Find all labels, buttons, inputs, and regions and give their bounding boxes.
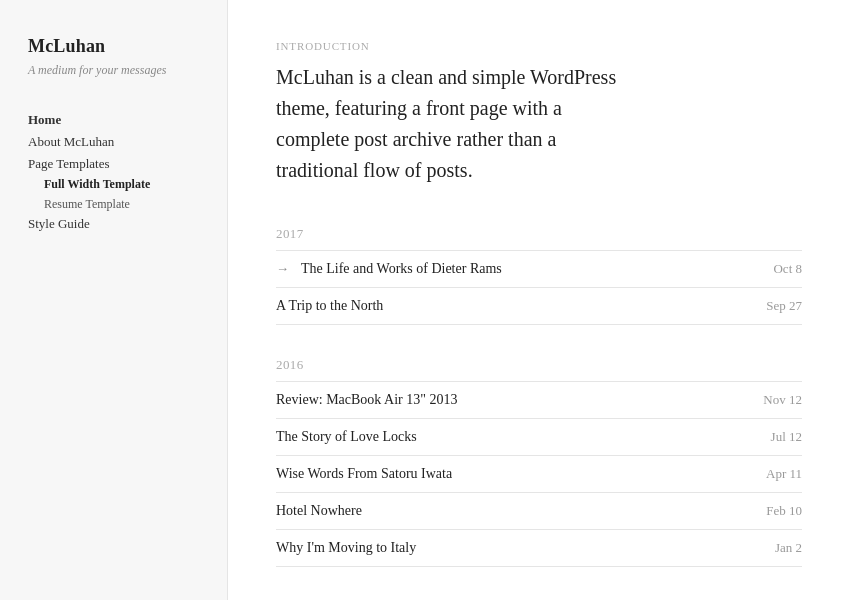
post-list-2016: Review: MacBook Air 13" 2013Nov 12The St… xyxy=(276,381,802,567)
sidebar-item-style-guide[interactable]: Style Guide xyxy=(28,214,199,234)
sidebar: McLuhan A medium for your messages Home … xyxy=(0,0,228,600)
post-date: Apr 11 xyxy=(766,466,802,482)
sidebar-item-about[interactable]: About McLuhan xyxy=(28,132,199,152)
list-item[interactable]: Wise Words From Satoru IwataApr 11 xyxy=(276,456,802,493)
sidebar-nav: Home About McLuhan Page Templates Full W… xyxy=(28,110,199,236)
list-item[interactable]: Why I'm Moving to ItalyJan 2 xyxy=(276,530,802,567)
post-title: Hotel Nowhere xyxy=(276,503,362,519)
sidebar-item-page-templates[interactable]: Page Templates Full Width Template Resum… xyxy=(28,154,199,212)
list-item[interactable]: The Story of Love LocksJul 12 xyxy=(276,419,802,456)
sidebar-sub-nav: Full Width Template Resume Template xyxy=(28,174,199,212)
arrow-icon: → xyxy=(276,261,289,277)
sidebar-item-home[interactable]: Home xyxy=(28,110,199,130)
sidebar-subitem-resume[interactable]: Resume Template xyxy=(44,194,199,212)
post-list-2017: →The Life and Works of Dieter RamsOct 8A… xyxy=(276,250,802,325)
main-content: Introduction McLuhan is a clean and simp… xyxy=(228,0,850,600)
post-title: The Story of Love Locks xyxy=(276,429,417,445)
post-title: Review: MacBook Air 13" 2013 xyxy=(276,392,457,408)
sidebar-subitem-full-width[interactable]: Full Width Template xyxy=(44,174,199,192)
post-title: A Trip to the North xyxy=(276,298,383,314)
post-date: Nov 12 xyxy=(763,392,802,408)
year-label-2016: 2016 xyxy=(276,357,802,373)
year-label-2017: 2017 xyxy=(276,226,802,242)
post-date: Oct 8 xyxy=(773,261,802,277)
year-section-2017: 2017→The Life and Works of Dieter RamsOc… xyxy=(276,226,802,325)
year-section-2016: 2016Review: MacBook Air 13" 2013Nov 12Th… xyxy=(276,357,802,567)
intro-label: Introduction xyxy=(276,40,802,52)
year-sections: 2017→The Life and Works of Dieter RamsOc… xyxy=(276,226,802,600)
post-title: Wise Words From Satoru Iwata xyxy=(276,466,452,482)
intro-text: McLuhan is a clean and simple WordPress … xyxy=(276,62,636,186)
post-date: Feb 10 xyxy=(766,503,802,519)
list-item[interactable]: A Trip to the NorthSep 27 xyxy=(276,288,802,325)
list-item[interactable]: Hotel NowhereFeb 10 xyxy=(276,493,802,530)
post-title: The Life and Works of Dieter Rams xyxy=(301,261,502,277)
list-item[interactable]: Review: MacBook Air 13" 2013Nov 12 xyxy=(276,382,802,419)
site-title: McLuhan xyxy=(28,36,199,57)
post-date: Sep 27 xyxy=(766,298,802,314)
list-item[interactable]: →The Life and Works of Dieter RamsOct 8 xyxy=(276,251,802,288)
site-tagline: A medium for your messages xyxy=(28,63,199,78)
post-date: Jul 12 xyxy=(771,429,802,445)
post-title: Why I'm Moving to Italy xyxy=(276,540,416,556)
post-date: Jan 2 xyxy=(775,540,802,556)
